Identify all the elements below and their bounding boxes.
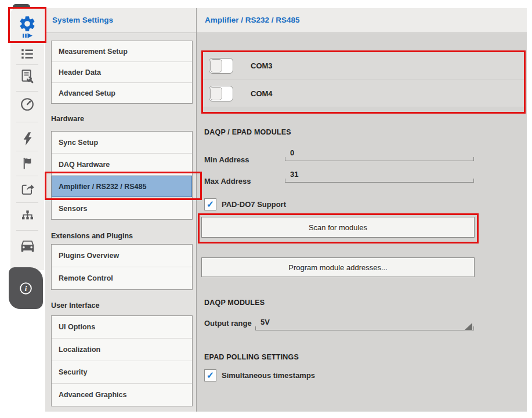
output-range-label: Output range (204, 319, 252, 328)
nav-item-advanced-graphics[interactable]: Advanced Graphics (52, 383, 192, 406)
nav-item-plugins-overview[interactable]: Plugins Overview (52, 245, 192, 267)
info-icon: i (18, 281, 34, 296)
com4-label: COM4 (251, 89, 273, 98)
events-flag-icon[interactable] (10, 155, 44, 172)
svg-text:i: i (25, 284, 27, 293)
vehicle-icon[interactable] (10, 237, 44, 254)
export-icon[interactable] (10, 180, 44, 197)
rail-separator (16, 41, 38, 42)
nav-item-header-data[interactable]: Header Data (52, 61, 192, 82)
pad-do7-label: PAD-DO7 Support (222, 200, 286, 209)
com4-toggle[interactable] (209, 86, 233, 101)
dropdown-grip-icon[interactable] (465, 323, 472, 330)
nav-group-label-hardware: Hardware (51, 115, 84, 123)
com-port-row: COM3 (203, 52, 524, 79)
info-tab[interactable]: i (9, 267, 43, 309)
simultaneous-timestamps-checkbox[interactable] (204, 369, 216, 381)
nav-item-sensors[interactable]: Sensors (52, 197, 192, 219)
settings-gear-icon[interactable] (10, 14, 44, 34)
program-module-addresses-button[interactable]: Program module addresses... (201, 257, 475, 277)
pad-do7-checkbox[interactable] (204, 198, 216, 210)
rail-separator (16, 230, 38, 231)
detail-panel-header: Amplifier / RS232 / RS485 (197, 8, 527, 33)
nav-panel-header: System Settings (45, 8, 196, 33)
measure-gauge-icon[interactable] (10, 96, 44, 112)
com3-label: COM3 (251, 61, 273, 70)
rail-separator (16, 91, 38, 92)
scan-for-modules-button[interactable]: Scan for modules (201, 217, 475, 238)
nav-item-remote-control[interactable]: Remote Control (52, 267, 192, 289)
nav-item-advanced-setup[interactable]: Advanced Setup (52, 82, 192, 103)
toggle-knob (210, 87, 222, 100)
settings-nav-panel: System Settings Measurement Setup Header… (45, 8, 196, 412)
nav-group-label-user-interface: User Interface (51, 301, 99, 310)
nav-item-measurement-setup[interactable]: Measurement Setup (52, 41, 192, 61)
detail-panel-title: Amplifier / RS232 / RS485 (205, 16, 300, 24)
rail-separator (16, 151, 38, 151)
rail-separator (16, 64, 38, 65)
min-address-label: Min Address (204, 155, 249, 164)
simultaneous-timestamps-label: Simultaneous timestamps (222, 371, 315, 380)
measure-mode-indicator-icon (10, 32, 44, 39)
output-range-dropdown[interactable]: 5V (255, 318, 474, 330)
nav-item-security[interactable]: Security (52, 361, 192, 383)
nav-group-extensions: Plugins Overview Remote Control (51, 244, 193, 290)
pad-do7-checkbox-row[interactable]: PAD-DO7 Support (204, 198, 286, 210)
detail-panel: Amplifier / RS232 / RS485 COM3 COM4 DAQP… (197, 8, 527, 412)
max-address-label: Max Address (204, 177, 251, 186)
epad-polling-heading: EPAD POLLING SETTINGS (204, 353, 299, 361)
rail-separator (16, 202, 38, 203)
rail-separator (16, 122, 38, 122)
channel-list-icon[interactable] (10, 46, 44, 61)
nav-group-general: Measurement Setup Header Data Advanced S… (51, 41, 193, 104)
toggle-knob (210, 59, 222, 72)
setup-file-icon[interactable] (10, 68, 44, 84)
nav-group-label-extensions: Extensions and Plugins (51, 232, 133, 240)
nav-group-hardware: Sync Setup DAQ Hardware Amplifier / RS23… (51, 131, 193, 220)
daqp-epad-heading: DAQP / EPAD MODULES (204, 128, 291, 136)
nav-panel-title: System Settings (52, 16, 113, 24)
nav-item-localization[interactable]: Localization (52, 338, 192, 361)
simultaneous-timestamps-row[interactable]: Simultaneous timestamps (204, 369, 315, 381)
com-port-row: COM4 (203, 80, 524, 107)
nav-item-sync-setup[interactable]: Sync Setup (52, 132, 192, 153)
daqp-modules-heading: DAQP MODULES (204, 299, 265, 307)
nav-item-daq-hardware[interactable]: DAQ Hardware (52, 153, 192, 175)
min-address-input[interactable]: 0 (285, 148, 474, 161)
network-tree-icon[interactable] (10, 208, 44, 224)
com3-toggle[interactable] (209, 58, 233, 74)
storing-lightning-icon[interactable] (10, 130, 44, 147)
rail-separator (16, 176, 38, 176)
settings-window: i System Settings Measurement Setup Head… (0, 0, 532, 418)
max-address-input[interactable]: 31 (285, 170, 474, 183)
nav-group-user-interface: UI Options Localization Security Advance… (51, 315, 193, 406)
panel-divider (196, 8, 197, 412)
nav-item-ui-options[interactable]: UI Options (52, 316, 192, 338)
nav-item-amplifier-rs232-rs485[interactable]: Amplifier / RS232 / RS485 (52, 175, 192, 197)
